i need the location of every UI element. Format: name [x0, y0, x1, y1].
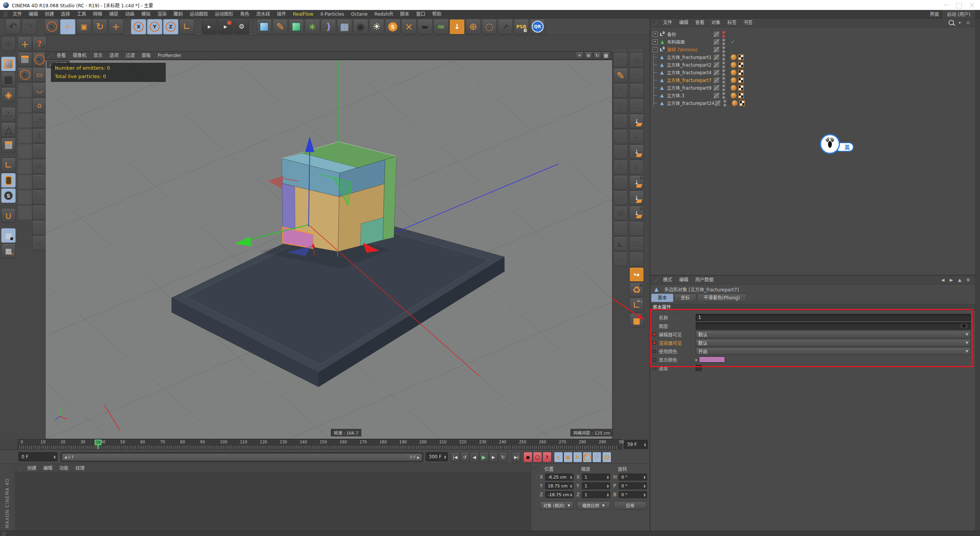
menu-item[interactable]: ProRender — [154, 52, 185, 59]
visibility-radio[interactable] — [652, 341, 657, 345]
sphere-tool-slot-icon[interactable]: ◯ — [32, 190, 47, 204]
menu-item[interactable]: 显示 — [90, 52, 106, 59]
visibility-radio[interactable] — [652, 332, 657, 337]
dyn-tag[interactable] — [731, 70, 737, 75]
visibility-dots[interactable] — [722, 46, 725, 53]
extrude-tool-icon[interactable]: ⊡ — [32, 144, 47, 159]
expand-arrow-icon[interactable]: ▸ — [696, 358, 697, 362]
menu-item[interactable]: 运动跟踪 — [186, 10, 211, 18]
window-controls[interactable]: ─□× — [939, 0, 978, 10]
arch-tool-icon[interactable]: ∩ — [613, 160, 628, 175]
menu-grip[interactable] — [3, 11, 8, 17]
name-field[interactable]: 1 — [696, 314, 971, 321]
menu-item[interactable]: 编辑 — [40, 464, 56, 472]
menu-item[interactable]: 文件 — [660, 18, 676, 27]
am-config-icon[interactable]: ⚙ — [965, 276, 972, 283]
current-frame-value[interactable]: 39 F — [627, 442, 637, 447]
untriangulate-icon[interactable]: ↓ — [629, 160, 644, 175]
menu-item[interactable]: 捕捉 — [106, 10, 122, 18]
spinner-arrows-icon[interactable]: ▲▼ — [644, 443, 646, 446]
render-queue-button[interactable]: ⚙ — [234, 19, 249, 34]
coord-mode-dropdown[interactable]: 缩放比例▼ — [577, 501, 610, 510]
split-options-icon[interactable]: ↓ — [629, 206, 644, 221]
coord-mode-dropdown[interactable]: 对象 (相对)▼ — [540, 501, 573, 510]
viewport-toggle-icon[interactable]: ▦ — [602, 52, 610, 59]
object-name[interactable]: 立方体.3 — [667, 92, 684, 98]
polygon-selection-icon[interactable]: ⌂ — [32, 98, 47, 113]
viewport-zoom-icon[interactable]: ⊕ — [585, 52, 592, 59]
move-tool[interactable]: + — [60, 19, 75, 34]
primitive-cube-button[interactable] — [256, 19, 272, 34]
timeline-grip[interactable] — [0, 439, 18, 450]
menu-item[interactable]: 查看 — [53, 52, 69, 59]
viewport-3d-canvas[interactable] — [45, 60, 612, 439]
key-scale-button[interactable]: ▣ — [564, 452, 573, 462]
uvw-tag[interactable] — [739, 100, 745, 106]
menu-item[interactable]: 动画 — [122, 10, 138, 18]
prev-key-button[interactable]: ↺ — [460, 452, 469, 462]
autokey-button[interactable]: ◯ — [533, 452, 542, 462]
cube-b-icon[interactable]: ◻ — [613, 145, 628, 159]
menu-item[interactable]: 流水线 — [253, 10, 273, 18]
current-frame-field[interactable]: 39 F ▲▼ — [624, 440, 648, 449]
layer-toggle-icon[interactable] — [713, 69, 720, 76]
menu-item[interactable]: Redshift — [371, 10, 397, 18]
visibility-dots[interactable] — [722, 92, 725, 99]
object-axis-mode-icon[interactable]: ∟ — [1, 158, 16, 172]
menu-item[interactable]: 脚本 — [397, 10, 413, 18]
menu-item[interactable]: 帮助 — [429, 10, 445, 18]
visibility-dots[interactable] — [722, 62, 725, 68]
visibility-dots[interactable] — [722, 31, 725, 38]
axis-cube-icon[interactable]: ◼ — [629, 313, 644, 328]
melt-icon[interactable]: ◻ — [629, 237, 644, 251]
cube-top-tool-icon[interactable] — [18, 52, 32, 67]
expand-toggle[interactable]: + — [653, 39, 658, 44]
live-selection-tool[interactable]: ↖ — [44, 19, 59, 34]
uvw-tag[interactable] — [738, 85, 744, 91]
coord-field-P[interactable]: 0 °▲▼ — [619, 482, 647, 489]
visibility-dots[interactable] — [724, 100, 726, 106]
expand-toggle[interactable]: − — [653, 47, 658, 52]
prev-frame-button[interactable]: ◀ — [470, 452, 479, 462]
layout-dropdown[interactable]: 启动 (用户) — [943, 10, 975, 18]
workplane-lock-icon[interactable]: ▦ — [1, 228, 16, 243]
menu-item[interactable]: 网格 — [90, 10, 106, 18]
object-row[interactable]: +▲布料曲面 — [650, 38, 975, 46]
am-forward-icon[interactable]: ▶ — [948, 276, 955, 283]
visibility-radio[interactable] — [652, 349, 657, 353]
attribute-tab[interactable]: 坐标 — [674, 294, 696, 302]
object-row[interactable]: ▲立方体_fracturepart2 — [650, 61, 975, 69]
reset-system-icon[interactable]: ♻ — [629, 283, 644, 297]
move-tool-icon[interactable]: + — [18, 37, 32, 51]
menu-item[interactable]: 角色 — [237, 10, 253, 18]
expand-toggle[interactable]: + — [653, 32, 658, 37]
object-name[interactable]: 备份 — [667, 31, 676, 37]
x-axis-lock[interactable]: X — [131, 19, 146, 34]
rectangle-selection-icon[interactable]: ▭ — [32, 67, 47, 82]
clamp-tool-icon[interactable]: ≡ — [613, 191, 628, 205]
pen-tool-icon[interactable]: ✎ — [613, 68, 628, 83]
layer-browser-button[interactable] — [960, 323, 968, 329]
object-row[interactable]: ▲立方体_fracturepart9 — [650, 84, 975, 92]
om-filter-icon[interactable]: ▾ — [956, 19, 963, 26]
bevel-tool-icon[interactable]: ◣ — [613, 237, 628, 251]
visibility-dots[interactable] — [722, 77, 725, 83]
environment-button[interactable]: ▦ — [337, 19, 352, 34]
coord-field-H[interactable]: 0 °▲▼ — [619, 474, 647, 480]
light-button[interactable]: ☀ — [369, 19, 384, 34]
menu-item[interactable]: 编辑 — [676, 276, 692, 284]
object-name[interactable]: 破碎 (Voronoi) — [667, 46, 697, 52]
slide-edge-icon[interactable]: ≣ — [613, 83, 628, 98]
menu-item[interactable]: 纹理 — [72, 464, 88, 472]
layer-toggle-icon[interactable] — [714, 100, 721, 106]
cross-tool-icon[interactable]: × — [32, 236, 47, 250]
menu-item[interactable]: 创建 — [41, 10, 57, 18]
last-used-tool[interactable]: + — [108, 19, 124, 34]
object-row[interactable]: ▲立方体_fracturepart4 — [650, 69, 975, 76]
redo-icon[interactable]: ↷ — [21, 19, 37, 34]
menu-item[interactable]: 运动图形 — [211, 10, 237, 18]
object-name[interactable]: 立方体_fracturepart7 — [667, 77, 712, 83]
am-grip[interactable] — [653, 277, 658, 283]
rt1-grip[interactable] — [613, 49, 627, 53]
menu-item[interactable]: 对象 — [708, 18, 724, 27]
